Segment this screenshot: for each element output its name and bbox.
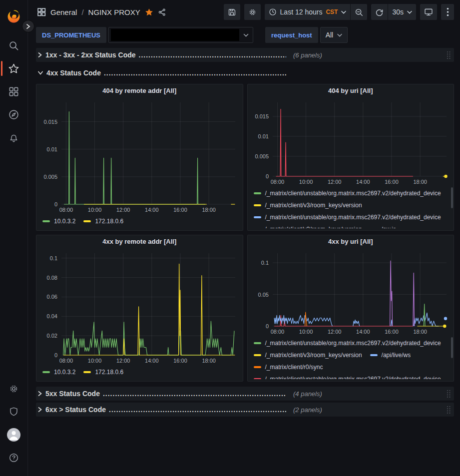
panel-plot-area[interactable]: 00.0050.010.01508:0010:0012:0014:0016:00…: [38, 97, 240, 214]
breadcrumb-folder[interactable]: General: [50, 8, 77, 16]
svg-text:16:00: 16:00: [385, 179, 399, 185]
panel-legend: /_matrix/client/unstable/org.matrix.msc2…: [248, 336, 454, 379]
breadcrumb-dashboard-title[interactable]: NGINX PROXY: [88, 8, 140, 16]
dashboard-settings-button[interactable]: [244, 4, 261, 20]
legend-swatch: [83, 220, 91, 222]
legend-item[interactable]: /_matrix/client/r0/sync: [254, 362, 323, 372]
kiosk-mode-button[interactable]: [420, 4, 437, 20]
svg-text:12:00: 12:00: [328, 179, 342, 185]
row-1xx-3xx-2xx[interactable]: 1xx - 3xx - 2xx Status Code ............…: [36, 48, 454, 62]
timezone-label: CST: [326, 8, 338, 15]
legend-swatch: [254, 192, 261, 194]
svg-text:0: 0: [266, 173, 269, 179]
svg-text:12:00: 12:00: [116, 358, 130, 364]
row-title: 1xx - 3xx - 2xx Status Code: [45, 51, 136, 59]
sidebar-item-help[interactable]: [0, 446, 28, 469]
legend-swatch: [254, 378, 261, 379]
time-range-picker[interactable]: Last 12 hours CST: [265, 4, 351, 20]
svg-text:0.02: 0.02: [47, 333, 57, 339]
panel-plot-area[interactable]: 00.050.108:0010:0012:0014:0016:0018:00: [250, 248, 452, 336]
panel-plot-area[interactable]: 00.0050.010.01508:0010:0012:0014:0016:00…: [250, 97, 452, 186]
chevron-right-icon: [26, 24, 30, 29]
legend-item[interactable]: 10.0.3.2: [42, 367, 75, 377]
panel-plot-area[interactable]: 00.020.040.060.080.108:0010:0012:0014:00…: [38, 248, 240, 365]
legend-item[interactable]: /sw.js: [370, 224, 396, 228]
row-title: 4xx Status Code: [46, 69, 101, 77]
panel-title[interactable]: 4xx by remote addr [All]: [36, 235, 243, 248]
sidebar-item-starred[interactable]: [0, 57, 28, 80]
legend-scrollbar[interactable]: [451, 187, 453, 208]
legend-label: 10.0.3.2: [54, 218, 75, 225]
refresh-controls: 30s: [371, 4, 416, 20]
svg-text:18:00: 18:00: [202, 207, 216, 213]
legend-label: /_matrix/client/v3/room_keys/version: [265, 226, 362, 228]
svg-text:0.01: 0.01: [47, 146, 57, 152]
row-panel-count: (2 panels): [293, 406, 322, 414]
variable-request-host-select[interactable]: All: [320, 27, 348, 43]
legend-item[interactable]: /_matrix/client/unstable/org.matrix.msc2…: [254, 338, 441, 348]
zoom-out-time-button[interactable]: [351, 4, 367, 20]
panel-title[interactable]: 404 by uri [All]: [248, 84, 454, 97]
refresh-interval-label: 30s: [392, 8, 404, 16]
row-5xx[interactable]: 5xx Status Code ........................…: [36, 387, 454, 401]
svg-text:0: 0: [54, 201, 57, 207]
compass-icon: [8, 109, 19, 120]
legend-item[interactable]: /_matrix/client/unstable/org.matrix.msc2…: [254, 374, 441, 379]
legend-item[interactable]: 172.18.0.6: [83, 367, 123, 377]
legend-item[interactable]: 10.0.3.2: [42, 216, 75, 226]
legend-item[interactable]: /_matrix/client/unstable/org.matrix.msc2…: [254, 188, 441, 198]
breadcrumb: General / NGINX PROXY: [37, 7, 166, 16]
sidebar-item-alerting[interactable]: [0, 126, 28, 149]
legend-label: /_matrix/client/unstable/org.matrix.msc2…: [265, 376, 441, 379]
chevron-down-icon: [337, 33, 342, 37]
sidebar-expand-button[interactable]: [22, 20, 34, 32]
redacted-variable-value: [111, 29, 239, 41]
chevron-right-icon: [38, 52, 42, 57]
variable-label-request-host[interactable]: request_host: [265, 27, 318, 43]
svg-text:14:00: 14:00: [145, 207, 159, 213]
legend-item[interactable]: 172.18.0.6: [83, 216, 123, 226]
chevron-down-icon: [243, 33, 249, 37]
legend-swatch: [254, 204, 261, 206]
legend-item[interactable]: /_matrix/client/v3/room_keys/version: [254, 224, 362, 228]
refresh-interval-picker[interactable]: 30s: [388, 4, 416, 20]
legend-scrollbar[interactable]: [451, 337, 453, 358]
panel-grid: 404 by remote addr [All] 00.0050.010.015…: [36, 84, 454, 382]
legend-item[interactable]: /_matrix/client/v3/room_keys/version: [254, 200, 362, 210]
legend-item[interactable]: /_matrix/client/unstable/org.matrix.msc2…: [254, 212, 441, 222]
svg-text:0.005: 0.005: [255, 153, 269, 159]
favorite-star-icon[interactable]: [145, 8, 153, 16]
legend-item[interactable]: /api/live/ws: [370, 350, 411, 360]
svg-text:0.015: 0.015: [255, 113, 269, 119]
svg-text:0.04: 0.04: [47, 313, 57, 319]
sidebar-item-dashboards[interactable]: [0, 80, 28, 103]
legend-item[interactable]: /_matrix/client/v3/room_keys/version: [254, 350, 362, 360]
share-icon[interactable]: [158, 8, 166, 16]
gear-icon: [8, 384, 19, 394]
svg-text:14:00: 14:00: [145, 358, 159, 364]
grafana-logo-icon: [7, 10, 20, 23]
svg-text:08:00: 08:00: [270, 329, 284, 335]
sidebar-item-server-admin[interactable]: [0, 400, 28, 423]
svg-text:10:00: 10:00: [299, 179, 313, 185]
variable-ds-prometheus-select[interactable]: [108, 27, 253, 43]
row-drag-handle-icon[interactable]: [446, 51, 451, 59]
row-drag-handle-icon[interactable]: [446, 406, 451, 414]
panel-title[interactable]: 404 by remote addr [All]: [36, 84, 243, 97]
panel-title[interactable]: 4xx by uri [All]: [248, 235, 454, 248]
save-dashboard-button[interactable]: [224, 4, 240, 20]
svg-text:18:00: 18:00: [202, 358, 216, 364]
sidebar-item-search[interactable]: [0, 34, 28, 57]
row-6xx[interactable]: 6xx > Status Code ......................…: [36, 403, 454, 417]
series-line: [414, 313, 439, 326]
sidebar-item-explore[interactable]: [0, 103, 28, 126]
svg-text:10:00: 10:00: [299, 329, 313, 335]
row-drag-handle-icon[interactable]: [446, 390, 451, 398]
row-4xx[interactable]: 4xx Status Code ........................…: [36, 66, 454, 80]
refresh-button[interactable]: [371, 4, 388, 20]
variable-label-ds-prometheus[interactable]: DS_PROMETHEUS: [36, 27, 106, 43]
sidebar-item-profile[interactable]: [0, 423, 28, 446]
legend-label: /sw.js: [382, 226, 396, 228]
more-options-button[interactable]: [441, 4, 454, 20]
sidebar-item-configuration[interactable]: [0, 377, 28, 400]
